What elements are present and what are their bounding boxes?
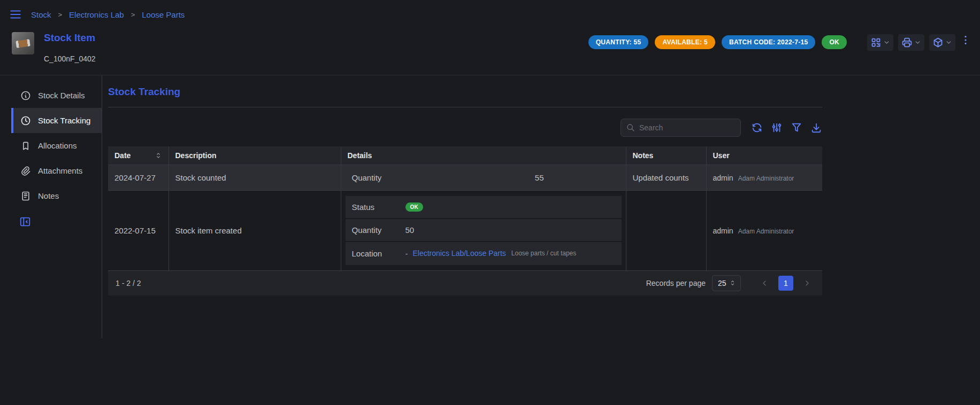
breadcrumb-link-loose-parts[interactable]: Loose Parts: [142, 10, 185, 19]
status-badges: QUANTITY: 55 AVAILABLE: 5 BATCH CODE: 20…: [588, 35, 847, 49]
user-cell: adminAdam Administrator: [706, 165, 822, 190]
header-actions: [867, 34, 955, 51]
previous-page-button[interactable]: [757, 276, 772, 291]
table-header-row: Date Description Details Notes User: [108, 146, 822, 165]
panel-divider: [108, 107, 822, 107]
table-footer: 1 - 2 / 2 Records per page 25 1: [108, 271, 822, 295]
sort-icon[interactable]: [155, 152, 162, 159]
sidebar-item-label: Stock Details: [38, 91, 85, 100]
bookmark-icon: [20, 141, 31, 151]
breadcrumb-link-electronics-lab[interactable]: Electronics Lab: [69, 10, 124, 19]
detail-row-quantity: Quantity 50: [346, 219, 622, 242]
sidebar-item-attachments[interactable]: Attachments: [11, 158, 102, 183]
detail-key: Quantity: [352, 225, 405, 235]
breadcrumb-link-stock[interactable]: Stock: [31, 10, 51, 19]
sidebar-item-stock-tracking[interactable]: Stock Tracking: [11, 108, 102, 133]
breadcrumb-separator: >: [131, 11, 135, 19]
breadcrumb: Stock > Electronics Lab > Loose Parts: [31, 10, 185, 19]
page-header: Stock Item C_100nF_0402 QUANTITY: 55 AVA…: [0, 25, 980, 63]
sidebar-item-label: Allocations: [38, 141, 77, 150]
location-link[interactable]: Electronics Lab/Loose Parts: [413, 249, 506, 258]
paperclip-icon: [20, 166, 31, 176]
detail-key: Status: [352, 203, 405, 212]
user-full-name: Adam Administrator: [738, 175, 794, 182]
detail-value: 55: [405, 173, 615, 182]
stock-tracking-table: Date Description Details Notes User 20: [108, 146, 822, 271]
content: Stock Details Stock Tracking Allocations…: [0, 75, 980, 338]
chevron-down-icon: [914, 39, 921, 46]
table-toolbar: [108, 119, 822, 137]
detail-table: Status OK Quantity 50 Location - Electro…: [346, 196, 622, 265]
sidebar-collapse-button[interactable]: [19, 216, 32, 228]
search-input[interactable]: [639, 123, 736, 132]
available-badge: AVAILABLE: 5: [655, 35, 715, 49]
detail-row-status: Status OK: [346, 196, 622, 219]
barcode-actions-button[interactable]: [867, 34, 893, 51]
detail-value: 50: [405, 225, 415, 235]
sidebar-item-label: Attachments: [38, 166, 82, 175]
detail-key: Location: [352, 249, 405, 258]
notes-cell: Updated counts: [626, 165, 706, 190]
column-header-description[interactable]: Description: [169, 146, 341, 165]
sidebar: Stock Details Stock Tracking Allocations…: [0, 75, 102, 338]
title-block: Stock Item C_100nF_0402: [44, 30, 96, 63]
table-row[interactable]: 2024-07-27 Stock counted Quantity 55 Upd…: [108, 165, 822, 190]
table-options-button[interactable]: [771, 122, 783, 134]
sidebar-item-notes[interactable]: Notes: [11, 183, 102, 208]
stock-operations-button[interactable]: [929, 34, 955, 51]
column-header-date[interactable]: Date: [108, 146, 169, 165]
stock-item-thumbnail[interactable]: [12, 32, 34, 54]
filter-button[interactable]: [791, 122, 802, 134]
capacitor-image: [16, 39, 30, 48]
chevron-right-icon: [803, 279, 811, 287]
chevron-down-icon: [883, 39, 890, 46]
table-row[interactable]: 2022-07-15 Stock item created Status OK …: [108, 190, 822, 270]
column-header-label: Date: [114, 151, 131, 160]
info-circle-icon: [20, 90, 31, 101]
user-cell: adminAdam Administrator: [706, 190, 822, 270]
actions-menu-button[interactable]: [960, 34, 971, 46]
refresh-button[interactable]: [751, 122, 763, 134]
sidebar-item-label: Notes: [38, 191, 59, 200]
panel-title: Stock Tracking: [108, 86, 980, 98]
status-ok-badge: OK: [822, 35, 847, 49]
main-panel: Stock Tracking: [102, 75, 980, 338]
select-spinner-icon: [729, 279, 736, 286]
username: admin: [713, 174, 733, 182]
notes-cell: [626, 190, 706, 270]
description-cell: Stock counted: [169, 165, 341, 190]
page-title: Stock Item: [44, 32, 96, 44]
page-1-button[interactable]: 1: [778, 276, 793, 291]
batch-code-badge: BATCH CODE: 2022-7-15: [722, 35, 815, 49]
detail-row-quantity: Quantity 55: [346, 165, 622, 190]
sidebar-item-label: Stock Tracking: [38, 116, 90, 125]
records-per-page-label: Records per page: [646, 279, 706, 287]
breadcrumb-separator: >: [58, 11, 63, 19]
column-header-notes[interactable]: Notes: [626, 146, 706, 165]
sidebar-item-allocations[interactable]: Allocations: [11, 133, 102, 158]
column-header-user[interactable]: User: [706, 146, 822, 165]
chevron-down-icon: [945, 39, 952, 46]
detail-row-location: Location - Electronics Lab/Loose Parts L…: [346, 242, 622, 265]
pagination-range: 1 - 2 / 2: [116, 279, 141, 287]
printer-icon: [901, 37, 913, 48]
detail-value-prefix: -: [405, 249, 408, 258]
date-cell: 2024-07-27: [108, 165, 169, 190]
records-per-page-select[interactable]: 25: [712, 275, 741, 291]
details-cell: Quantity 55: [341, 165, 626, 190]
search-box: [621, 119, 741, 137]
sidebar-item-stock-details[interactable]: Stock Details: [11, 83, 102, 108]
location-description: Loose parts / cut tapes: [511, 250, 576, 257]
top-nav-bar: Stock > Electronics Lab > Loose Parts: [0, 0, 980, 25]
date-cell: 2022-07-15: [108, 190, 169, 270]
username: admin: [713, 227, 733, 235]
print-actions-button[interactable]: [898, 34, 924, 51]
hamburger-menu-icon[interactable]: [9, 7, 22, 21]
download-button[interactable]: [810, 122, 822, 134]
column-header-details[interactable]: Details: [341, 146, 626, 165]
chevron-left-icon: [760, 279, 769, 287]
next-page-button[interactable]: [800, 276, 815, 291]
stock-item-name: C_100nF_0402: [44, 54, 96, 63]
details-cell: Status OK Quantity 50 Location - Electro…: [341, 190, 626, 270]
qrcode-icon: [870, 37, 882, 48]
